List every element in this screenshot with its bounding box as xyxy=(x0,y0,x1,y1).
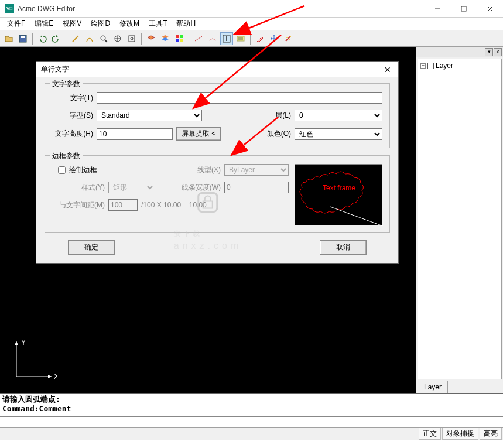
eraser-icon[interactable] xyxy=(254,32,266,45)
menu-view[interactable]: 视图V xyxy=(58,18,86,30)
menu-tools[interactable]: 工具T xyxy=(144,18,172,30)
layer-checkbox[interactable] xyxy=(427,63,434,69)
status-osnap[interactable]: 对象捕捉 xyxy=(442,428,478,440)
separator xyxy=(32,33,33,45)
move-icon[interactable] xyxy=(268,32,280,45)
close-button[interactable] xyxy=(477,0,503,18)
color-label: 颜色(O) xyxy=(262,129,291,139)
magic-icon[interactable] xyxy=(282,32,295,45)
command-line: Command:Comment xyxy=(2,404,501,413)
group-title: 文字参数 xyxy=(50,79,83,89)
color-select[interactable]: 红色 xyxy=(295,128,382,140)
status-highlight[interactable]: 高亮 xyxy=(480,428,502,440)
draw-frame-label: 绘制边框 xyxy=(69,165,97,175)
tree-root-label: Layer xyxy=(436,61,453,70)
layer-select[interactable]: 0 xyxy=(295,110,382,121)
svg-text:T: T xyxy=(224,35,229,43)
menu-edit[interactable]: 编辑E xyxy=(30,18,58,30)
dim-linear-icon[interactable] xyxy=(192,32,205,45)
svg-line-26 xyxy=(286,36,290,41)
svg-point-28 xyxy=(286,37,288,38)
menu-draw[interactable]: 绘图D xyxy=(86,18,115,30)
panel-dropdown-button[interactable]: ▾ xyxy=(485,48,493,56)
save-icon[interactable] xyxy=(16,32,29,45)
layer-tab[interactable]: Layer xyxy=(418,381,448,393)
dialog-title: 单行文字 xyxy=(41,64,382,74)
cancel-button[interactable]: 取消 xyxy=(320,240,367,255)
title-bar: V□ Acme DWG Editor xyxy=(0,0,503,18)
svg-rect-16 xyxy=(176,39,179,42)
svg-rect-17 xyxy=(180,39,183,42)
pan-icon[interactable] xyxy=(111,32,124,45)
expand-icon[interactable]: + xyxy=(420,63,426,69)
screen-pick-button[interactable]: 屏幕提取 < xyxy=(176,127,221,141)
arc-icon[interactable] xyxy=(83,32,96,45)
undo-icon[interactable] xyxy=(36,32,49,45)
zoom-icon[interactable] xyxy=(97,32,110,45)
separator xyxy=(189,33,189,45)
menu-modify[interactable]: 修改M xyxy=(115,18,144,30)
mtext-icon[interactable] xyxy=(234,32,247,45)
open-icon[interactable] xyxy=(2,32,15,45)
menu-help[interactable]: 帮助H xyxy=(172,18,200,30)
svg-point-29 xyxy=(289,39,290,40)
font-select[interactable]: Standard xyxy=(97,110,202,121)
layer-tree[interactable]: + Layer xyxy=(418,59,502,379)
status-bar: 正交 对象捕捉 高亮 xyxy=(0,427,503,440)
svg-point-27 xyxy=(290,36,291,37)
dim-aligned-icon[interactable] xyxy=(206,32,219,45)
text-params-group: 文字参数 文字(T) 字型(S) Standard 层(L) 0 文字高度(H) xyxy=(45,83,390,148)
height-input[interactable] xyxy=(97,128,173,140)
frame-params-group: 边框参数 绘制边框 线型(X) ByLayer 样式(Y) xyxy=(45,155,390,233)
command-input[interactable] xyxy=(0,416,503,427)
linewidth-label: 线条宽度(W) xyxy=(180,183,221,193)
svg-rect-1 xyxy=(461,6,466,11)
svg-rect-15 xyxy=(180,35,183,38)
preview-box: Text frame xyxy=(295,164,382,225)
line-icon[interactable] xyxy=(69,32,82,45)
layer-panel: ▾ x + Layer Layer xyxy=(416,47,503,393)
panel-close-button[interactable]: x xyxy=(494,48,502,56)
gap-label: 与文字间距(M) xyxy=(52,200,105,210)
dialog-close-button[interactable]: ✕ xyxy=(382,64,393,76)
text-label: 文字(T) xyxy=(52,93,93,103)
maximize-button[interactable] xyxy=(450,0,477,18)
command-history: 请输入圆弧端点: Command:Comment xyxy=(0,393,503,416)
toolbar: T xyxy=(0,30,503,47)
svg-rect-12 xyxy=(129,36,135,42)
svg-rect-21 xyxy=(237,36,244,41)
linewidth-input xyxy=(224,182,289,193)
svg-rect-5 xyxy=(21,36,25,38)
svg-point-13 xyxy=(131,37,133,40)
separator xyxy=(141,33,142,45)
zoom-extents-icon[interactable] xyxy=(125,32,138,45)
minimize-button[interactable] xyxy=(424,0,450,18)
gap-input xyxy=(108,199,138,211)
command-line: 请输入圆弧端点: xyxy=(2,395,501,404)
menu-file[interactable]: 文件F xyxy=(2,18,30,30)
layer-icon[interactable] xyxy=(145,32,158,45)
layer-label: 层(L) xyxy=(268,111,291,121)
text-icon[interactable]: T xyxy=(220,32,233,45)
redo-icon[interactable] xyxy=(50,32,63,45)
color-icon[interactable] xyxy=(173,32,186,45)
style-select: 矩形 xyxy=(108,182,155,193)
drawing-canvas[interactable]: Y X 单行文字 ✕ 文字参数 文字(T) 字型(S) Sta xyxy=(0,47,416,393)
svg-line-18 xyxy=(195,36,202,41)
svg-text:Text frame: Text frame xyxy=(323,184,355,192)
single-line-text-dialog: 单行文字 ✕ 文字参数 文字(T) 字型(S) Standard 层(L) xyxy=(36,61,399,264)
panel-header: ▾ x xyxy=(416,47,503,57)
svg-line-35 xyxy=(330,207,383,226)
tree-root-row[interactable]: + Layer xyxy=(420,61,499,70)
ok-button[interactable]: 确定 xyxy=(68,240,115,255)
status-ortho[interactable]: 正交 xyxy=(419,428,441,440)
layers-icon[interactable] xyxy=(159,32,172,45)
text-input[interactable] xyxy=(97,92,382,104)
style-label: 样式(Y) xyxy=(52,183,105,193)
draw-frame-checkbox[interactable] xyxy=(58,166,66,174)
svg-text:Y: Y xyxy=(21,338,26,347)
dialog-titlebar[interactable]: 单行文字 ✕ xyxy=(36,62,398,77)
svg-point-7 xyxy=(101,36,105,40)
svg-line-6 xyxy=(73,36,78,42)
height-label: 文字高度(H) xyxy=(52,129,93,139)
